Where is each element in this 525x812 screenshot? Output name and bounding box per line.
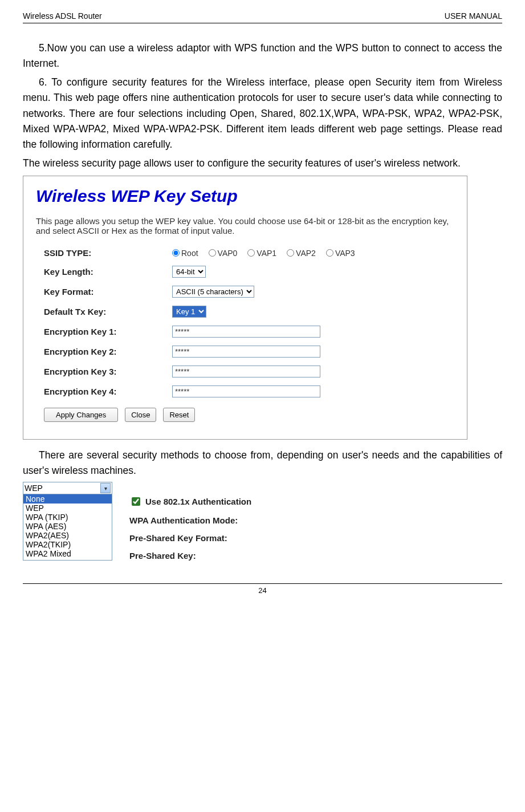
row-ssid-type: SSID TYPE: Root VAP0 VAP1 VAP2 VAP3 — [36, 248, 454, 258]
enc-key-4-label: Encryption Key 4: — [36, 387, 172, 396]
use-8021x-row: Use 802.1x Authentication — [129, 496, 251, 508]
enc-key-2-label: Encryption Key 2: — [36, 347, 172, 356]
use-8021x-checkbox[interactable] — [132, 497, 140, 506]
header-right: USER MANUAL — [445, 11, 502, 21]
encryption-dropdown-top[interactable]: WEP ▾ — [23, 482, 112, 494]
dropdown-item-wep[interactable]: WEP — [23, 504, 112, 513]
reset-button[interactable]: Reset — [163, 408, 195, 422]
use-8021x-label: Use 802.1x Authentication — [145, 497, 251, 506]
row-default-tx-key: Default Tx Key: Key 1 — [36, 306, 454, 318]
page-number: 24 — [23, 583, 502, 595]
radio-vap0-input[interactable] — [209, 249, 216, 257]
default-tx-key-label: Default Tx Key: — [36, 307, 172, 316]
wep-title: Wireless WEP Key Setup — [36, 186, 454, 206]
auth-settings-column: Use 802.1x Authentication WPA Authentica… — [129, 482, 251, 561]
key-format-select[interactable]: ASCII (5 characters) — [172, 286, 254, 298]
chevron-down-icon[interactable]: ▾ — [100, 483, 111, 493]
radio-root[interactable]: Root — [172, 249, 198, 258]
close-button[interactable]: Close — [125, 408, 156, 422]
dropdown-item-wpa2-tkip[interactable]: WPA2(TKIP) — [23, 540, 112, 549]
enc-key-3-input[interactable] — [172, 366, 320, 377]
security-dropdown-screenshot: WEP ▾ None WEP WPA (TKIP) WPA (AES) WPA2… — [23, 482, 502, 561]
row-enc-key-3: Encryption Key 3: — [36, 366, 454, 377]
header-left: Wireless ADSL Router — [23, 11, 102, 21]
radio-vap0[interactable]: VAP0 — [209, 249, 238, 258]
apply-changes-button[interactable]: Apply Changes — [44, 408, 118, 422]
encryption-dropdown[interactable]: WEP ▾ None WEP WPA (TKIP) WPA (AES) WPA2… — [23, 482, 112, 561]
enc-key-4-input[interactable] — [172, 385, 320, 397]
default-tx-key-select[interactable]: Key 1 — [172, 306, 206, 318]
button-row: Apply Changes Close Reset — [36, 408, 454, 422]
row-key-format: Key Format: ASCII (5 characters) — [36, 286, 454, 298]
radio-vap2[interactable]: VAP2 — [287, 249, 316, 258]
dropdown-item-wpa2-mixed[interactable]: WPA2 Mixed — [23, 549, 112, 558]
dropdown-item-wpa-tkip[interactable]: WPA (TKIP) — [23, 513, 112, 522]
row-enc-key-4: Encryption Key 4: — [36, 385, 454, 397]
paragraph-5: 5.Now you can use a wireless adaptor wit… — [23, 40, 502, 71]
radio-vap1[interactable]: VAP1 — [247, 249, 276, 258]
paragraph-7: There are several security methods to ch… — [23, 448, 502, 478]
page-header: Wireless ADSL Router USER MANUAL — [23, 11, 502, 23]
encryption-dropdown-current: WEP — [25, 484, 43, 493]
dropdown-item-wpa-aes[interactable]: WPA (AES) — [23, 522, 112, 531]
enc-key-1-label: Encryption Key 1: — [36, 327, 172, 336]
row-enc-key-2: Encryption Key 2: — [36, 346, 454, 358]
radio-vap1-label: VAP1 — [257, 249, 276, 258]
key-length-select[interactable]: 64-bit — [172, 266, 206, 278]
dropdown-item-none[interactable]: None — [23, 494, 112, 504]
radio-root-input[interactable] — [172, 249, 180, 257]
paragraph-6: 6. To configure security features for th… — [23, 75, 502, 152]
enc-key-2-input[interactable] — [172, 346, 320, 358]
key-format-label: Key Format: — [36, 287, 172, 297]
row-key-length: Key Length: 64-bit — [36, 266, 454, 278]
ssid-type-radios: Root VAP0 VAP1 VAP2 VAP3 — [172, 249, 355, 258]
radio-vap0-label: VAP0 — [218, 249, 238, 258]
radio-vap3-label: VAP3 — [335, 249, 355, 258]
radio-vap3-input[interactable] — [326, 249, 333, 257]
radio-vap1-input[interactable] — [247, 249, 255, 257]
paragraph-6b: The wireless security page allows user t… — [23, 156, 502, 171]
radio-vap2-input[interactable] — [287, 249, 294, 257]
enc-key-3-label: Encryption Key 3: — [36, 367, 172, 376]
radio-root-label: Root — [181, 249, 198, 258]
psk-label: Pre-Shared Key: — [129, 551, 251, 561]
dropdown-item-wpa2-aes[interactable]: WPA2(AES) — [23, 531, 112, 540]
key-length-label: Key Length: — [36, 267, 172, 277]
enc-key-1-input[interactable] — [172, 326, 320, 338]
ssid-type-label: SSID TYPE: — [36, 248, 172, 258]
radio-vap3[interactable]: VAP3 — [326, 249, 355, 258]
wep-description: This page allows you setup the WEP key v… — [36, 216, 454, 236]
wep-setup-screenshot: Wireless WEP Key Setup This page allows … — [23, 176, 467, 440]
psk-format-label: Pre-Shared Key Format: — [129, 533, 251, 543]
row-enc-key-1: Encryption Key 1: — [36, 326, 454, 338]
wpa-auth-mode-label: WPA Authentication Mode: — [129, 515, 251, 525]
radio-vap2-label: VAP2 — [296, 249, 316, 258]
